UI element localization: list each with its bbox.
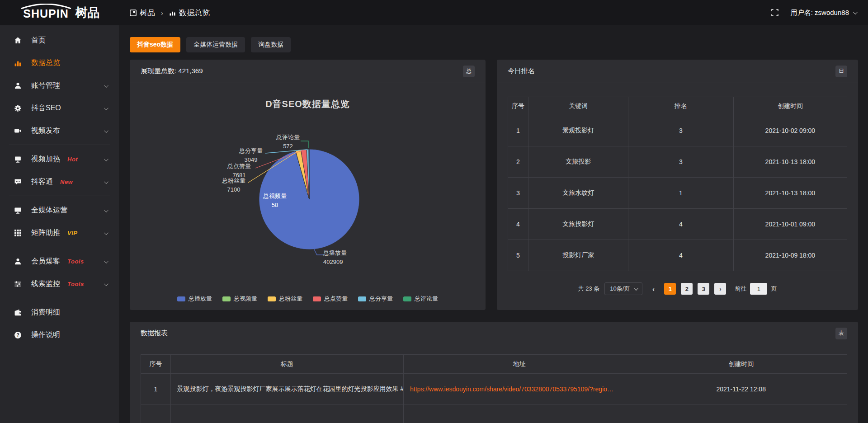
chevron-down-icon	[104, 178, 107, 186]
breadcrumb-root[interactable]: 树品	[130, 8, 155, 18]
legend-item[interactable]: 总粉丝量	[268, 295, 302, 303]
user-menu[interactable]: 用户名: zswodun88	[791, 9, 856, 17]
col-url: 地址	[404, 355, 635, 374]
chevron-down-icon	[104, 155, 107, 163]
table-row: 4文旅投影灯42021-10-01 09:00	[508, 209, 847, 240]
goto-suffix: 页	[771, 285, 777, 293]
sidebar-item-account[interactable]: 账号管理	[0, 74, 119, 97]
sidebar-divider	[9, 196, 110, 196]
table-row: 2文旅投影32021-10-13 18:00	[508, 146, 847, 178]
sidebar-divider	[9, 298, 110, 298]
vip-badge: VIP	[67, 230, 77, 236]
chat-bubble-icon	[14, 178, 22, 186]
breadcrumb-root-label: 树品	[140, 8, 155, 18]
question-circle-icon: ?	[14, 331, 22, 339]
ranking-table: 序号 关键词 排名 创建时间 1景观投影灯32021-10-02 09:00 2…	[508, 97, 847, 271]
goto-label: 前往	[735, 285, 746, 293]
sidebar-item-member-bloom[interactable]: 会员爆客 Tools	[0, 250, 119, 273]
next-page-button[interactable]: ›	[714, 283, 726, 295]
sidebar-divider	[9, 247, 110, 247]
sidebar-item-video-heat[interactable]: 视频加热 Hot	[0, 148, 119, 170]
legend-item[interactable]: 总视频量	[222, 295, 257, 303]
callout-plays: 总播放量 402909	[323, 249, 368, 266]
sidebar-item-media-ops[interactable]: 全媒体运营	[0, 199, 119, 221]
user-icon	[14, 257, 22, 265]
goto-page-input[interactable]	[750, 283, 767, 295]
report-header-row: 序号 标题 地址 创建时间	[141, 355, 847, 374]
page-size-select[interactable]: 10条/页	[604, 282, 642, 295]
screen-stand-icon	[14, 155, 22, 163]
chevron-down-icon	[104, 206, 107, 214]
table-row: 3文旅水纹灯12021-10-13 18:00	[508, 178, 847, 209]
app-window-icon	[130, 9, 137, 16]
bar-chart-icon	[14, 59, 22, 67]
logo-text-en: SHUPIN	[23, 8, 68, 19]
legend-label: 总分享量	[369, 295, 393, 303]
page-button-2[interactable]: 2	[681, 283, 693, 295]
hot-badge: Hot	[67, 156, 78, 163]
col-created: 创建时间	[733, 97, 847, 115]
header-right: 用户名: zswodun88	[771, 9, 868, 17]
monitor-icon	[14, 206, 22, 214]
tab-inquiry-data[interactable]: 询盘数据	[251, 37, 291, 52]
report-row-title: 景观投影灯，夜游景观投影灯厂家展示展示落花灯在花园里的灯光投影应用效果 #	[170, 374, 403, 404]
ranking-header-row: 序号 关键词 排名 创建时间	[508, 97, 847, 115]
sidebar-item-consumption[interactable]: 消费明细	[0, 301, 119, 324]
app-logo: SHUPIN 树品	[0, 4, 119, 22]
home-icon	[14, 36, 22, 44]
legend-item[interactable]: 总播放量	[177, 295, 212, 303]
user-icon	[14, 81, 22, 89]
sidebar-item-douyin-seo[interactable]: 抖音SEO	[0, 97, 119, 119]
total-badge-button[interactable]: 总	[463, 66, 475, 77]
chevron-down-icon	[104, 127, 107, 135]
col-index: 序号	[508, 97, 528, 115]
pie-chart	[130, 83, 486, 310]
report-title: 数据报表	[141, 329, 168, 338]
chevron-down-icon	[104, 81, 107, 89]
sidebar-item-clue-monitor[interactable]: 线索监控 Tools	[0, 273, 119, 295]
sliders-icon	[14, 280, 22, 288]
bar-chart-icon	[169, 9, 176, 16]
data-source-tabs: 抖音seo数据 全媒体运营数据 询盘数据	[130, 37, 858, 52]
gear-icon	[14, 104, 22, 112]
fullscreen-icon[interactable]	[771, 9, 779, 17]
table-badge-button[interactable]: 表	[835, 328, 847, 339]
sidebar-item-matrix-boost[interactable]: 矩阵助推 VIP	[0, 221, 119, 244]
sidebar-item-data-overview[interactable]: 数据总览	[0, 52, 119, 74]
username-label: 用户名: zswodun88	[791, 9, 849, 17]
wallet-icon	[14, 308, 22, 316]
legend-label: 总视频量	[234, 295, 257, 303]
legend-item[interactable]: 总评论量	[403, 295, 438, 303]
impressions-total-label: 展现量总数: 421,369	[141, 67, 203, 75]
legend-item[interactable]: 总分享量	[358, 295, 393, 303]
breadcrumb-current[interactable]: 数据总览	[169, 8, 210, 18]
logo-wordmark: SHUPIN	[19, 4, 73, 19]
sidebar-item-home[interactable]: 首页	[0, 29, 119, 52]
tab-media-ops-data[interactable]: 全媒体运营数据	[186, 37, 245, 52]
chevron-down-icon	[634, 286, 638, 291]
day-badge-button[interactable]: 日	[835, 66, 847, 77]
col-title: 标题	[170, 355, 403, 374]
legend-swatch	[313, 296, 321, 301]
page-button-1[interactable]: 1	[664, 283, 676, 295]
sidebar-item-douketong[interactable]: 抖客通 New	[0, 170, 119, 193]
sidebar-item-video-publish[interactable]: 视频发布	[0, 119, 119, 142]
report-row-link[interactable]: https://www.iesdouyin.com/share/video/70…	[410, 385, 613, 393]
legend-swatch	[222, 296, 231, 301]
top-panels-row: 展现量总数: 421,369 总 D音SEO数据量总览 总评论量	[130, 60, 858, 310]
prev-page-button[interactable]: ‹	[647, 283, 659, 295]
callout-fans: 总粉丝量 7100	[216, 176, 252, 194]
tab-douyin-seo-data[interactable]: 抖音seo数据	[130, 37, 180, 52]
col-rank: 排名	[628, 97, 734, 115]
sidebar-item-help[interactable]: ? 操作说明	[0, 324, 119, 346]
page-button-3[interactable]: 3	[698, 283, 709, 295]
legend-label: 总播放量	[189, 295, 212, 303]
chevron-down-icon	[853, 10, 858, 14]
legend-swatch	[403, 296, 411, 301]
video-camera-icon	[14, 127, 22, 135]
legend-item[interactable]: 总点赞量	[313, 295, 348, 303]
table-row: 5投影灯厂家42021-10-09 18:00	[508, 240, 847, 271]
svg-text:?: ?	[16, 332, 19, 337]
grid-icon	[14, 229, 22, 237]
legend-label: 总粉丝量	[279, 295, 302, 303]
